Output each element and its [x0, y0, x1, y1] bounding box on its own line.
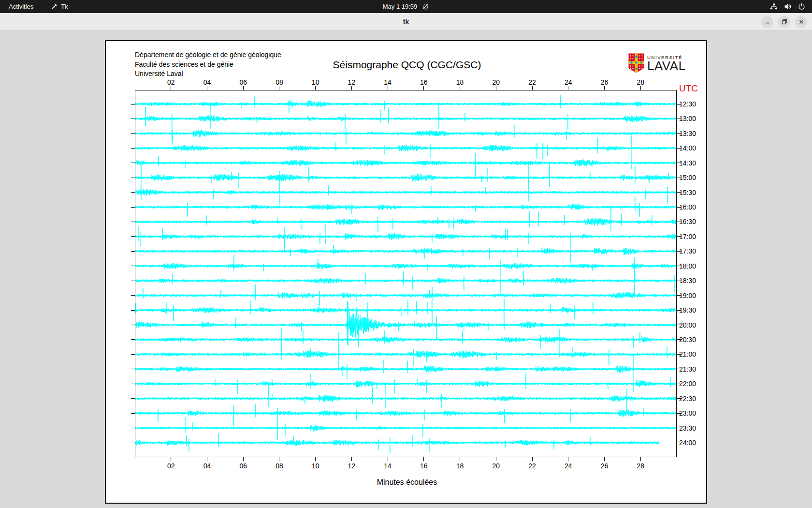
x-tick-top [532, 86, 533, 90]
utc-row-label: 18:00 [679, 262, 696, 270]
x-tick-label-bottom: 26 [596, 462, 613, 470]
close-button[interactable] [795, 16, 807, 28]
y-tick-left [131, 384, 135, 384]
x-tick-bottom [496, 457, 496, 461]
utc-row-label: 18:30 [679, 277, 696, 284]
x-tick-top [604, 86, 605, 90]
clock-button[interactable]: May 1 19:59 [0, 0, 812, 13]
x-tick-top [243, 86, 244, 90]
x-tick-label-bottom: 18 [452, 462, 468, 470]
x-tick-top [496, 86, 496, 90]
x-tick-label-top: 28 [632, 78, 649, 86]
y-tick-left [131, 413, 135, 414]
x-tick-top [460, 86, 460, 90]
clock-label: May 1 19:59 [383, 3, 418, 10]
utc-row-label: 24:00 [679, 439, 696, 447]
y-tick-left [131, 148, 135, 149]
utc-row-label: 17:00 [679, 233, 696, 240]
x-tick-label-bottom: 08 [271, 462, 288, 470]
x-tick-bottom [243, 457, 244, 461]
x-tick-label-top: 12 [343, 78, 360, 86]
x-tick-bottom [640, 457, 641, 461]
x-tick-label-bottom: 06 [235, 462, 251, 470]
logo-laval-label: LAVAL [647, 60, 686, 72]
y-tick-left [131, 266, 135, 266]
utc-row-label: 16:00 [679, 203, 696, 211]
window-title-bar[interactable]: tk [0, 13, 812, 31]
y-tick-left [131, 281, 135, 281]
minimize-button[interactable] [761, 16, 773, 28]
x-tick-top [171, 86, 171, 90]
window-title: tk [403, 18, 409, 26]
universite-laval-logo: UNIVERSITÉ LAVAL [628, 53, 686, 75]
seismogram-traces [135, 90, 676, 457]
x-tick-label-bottom: 12 [343, 462, 360, 470]
y-tick-left [131, 354, 135, 355]
utc-row-label: 21:00 [679, 350, 696, 358]
utc-row-label: 12:30 [679, 100, 696, 108]
utc-row-label: 20:30 [679, 336, 696, 344]
utc-row-label: 13:00 [679, 115, 696, 122]
x-tick-label-top: 06 [235, 78, 251, 86]
x-tick-bottom [351, 457, 352, 461]
y-tick-left [131, 222, 135, 222]
y-tick-left [131, 163, 135, 163]
x-tick-bottom [423, 457, 424, 461]
y-tick-left [131, 295, 135, 296]
x-tick-label-bottom: 28 [632, 462, 649, 470]
y-tick-left [131, 369, 135, 369]
x-tick-label-top: 14 [379, 78, 396, 86]
x-tick-bottom [388, 457, 388, 461]
x-tick-label-bottom: 14 [379, 462, 396, 470]
x-tick-label-top: 08 [271, 78, 288, 86]
gnome-top-bar: Activities Tk May 1 19:59 [0, 0, 812, 13]
x-tick-label-bottom: 16 [416, 462, 432, 470]
utc-row-label: 13:30 [679, 130, 696, 137]
power-icon [798, 3, 805, 10]
utc-row-label: 21:30 [679, 365, 696, 373]
restore-button[interactable] [778, 16, 790, 28]
utc-axis-title: UTC [679, 83, 698, 94]
y-tick-left [131, 339, 135, 340]
x-tick-top [640, 86, 641, 90]
y-tick-left [131, 207, 135, 208]
x-tick-top [315, 86, 316, 90]
y-tick-left [131, 310, 135, 311]
x-tick-label-top: 24 [560, 78, 577, 86]
screen: Activities Tk May 1 19:59 [0, 0, 812, 508]
x-tick-label-bottom: 24 [560, 462, 577, 470]
x-tick-top [207, 86, 207, 90]
utc-row-label: 17:30 [679, 247, 696, 255]
x-tick-label-top: 26 [596, 78, 613, 86]
utc-row-label: 22:00 [679, 380, 696, 388]
notifications-disabled-icon [422, 3, 429, 10]
utc-row-label: 14:30 [679, 159, 696, 167]
x-tick-label-top: 18 [452, 78, 468, 86]
x-tick-label-top: 22 [524, 78, 540, 86]
utc-row-label: 14:00 [679, 144, 696, 152]
x-tick-label-top: 10 [307, 78, 324, 86]
y-tick-left [131, 104, 135, 105]
utc-row-label: 22:30 [679, 395, 696, 403]
network-wired-icon [770, 3, 778, 10]
chart-title: Séismographe QCQ (CGC/GSC) [106, 59, 708, 71]
x-tick-top [351, 86, 352, 90]
x-tick-top [423, 86, 424, 90]
x-tick-top [388, 86, 388, 90]
x-tick-top [279, 86, 279, 90]
utc-row-label: 16:30 [679, 218, 696, 225]
utc-row-label: 23:00 [679, 409, 696, 417]
x-tick-label-bottom: 10 [307, 462, 324, 470]
utc-row-label: 15:30 [679, 189, 696, 196]
x-tick-label-top: 04 [199, 78, 215, 86]
y-tick-left [131, 428, 135, 428]
x-tick-bottom [207, 457, 207, 461]
quick-settings-button[interactable] [770, 0, 805, 13]
volume-icon [784, 3, 792, 10]
y-tick-left [131, 236, 135, 237]
x-tick-bottom [315, 457, 316, 461]
y-tick-left [131, 133, 135, 134]
y-tick-left [131, 398, 135, 399]
y-tick-left [131, 325, 135, 325]
x-tick-label-top: 16 [416, 78, 432, 86]
